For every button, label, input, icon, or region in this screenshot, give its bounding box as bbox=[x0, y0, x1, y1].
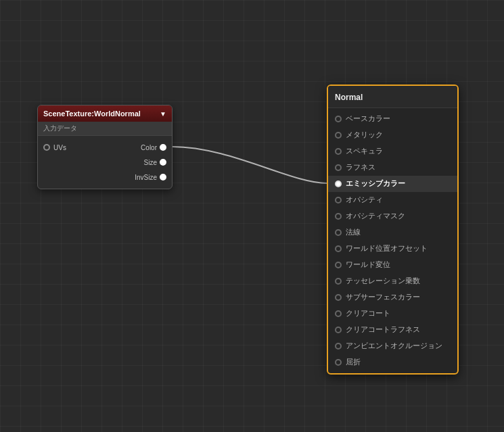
normal-pin-13 bbox=[335, 327, 342, 333]
list-item[interactable]: クリアコート bbox=[328, 306, 457, 322]
uvs-label: UVs bbox=[53, 144, 66, 151]
normal-pin-10 bbox=[335, 278, 342, 285]
normal-label-12: クリアコート bbox=[346, 309, 390, 318]
normal-node[interactable]: Normal ベースカラーメタリックスペキュララフネスエミッシブカラーオパシティ… bbox=[327, 85, 459, 375]
normal-pin-8 bbox=[335, 245, 342, 252]
normal-label-14: アンビエントオクルージョン bbox=[346, 341, 442, 351]
list-item[interactable]: 法線 bbox=[328, 224, 457, 241]
dropdown-icon[interactable]: ▼ bbox=[160, 110, 166, 118]
normal-pin-3 bbox=[335, 164, 342, 171]
list-item[interactable]: メタリック bbox=[328, 127, 457, 143]
node-title: SceneTexture:WorldNormal bbox=[43, 110, 141, 118]
normal-node-header: Normal bbox=[328, 86, 457, 108]
table-row: InvSize bbox=[38, 170, 172, 185]
right-pin-color bbox=[160, 144, 166, 151]
list-item[interactable]: エミッシブカラー bbox=[328, 176, 457, 192]
canvas: SceneTexture:WorldNormal ▼ 入力データ UVs Col… bbox=[0, 0, 504, 432]
right-pin-size bbox=[160, 159, 166, 166]
normal-label-6: オパシティマスク bbox=[346, 212, 405, 221]
list-item[interactable]: ベースカラー bbox=[328, 111, 457, 127]
normal-label-10: テッセレーション乗数 bbox=[346, 277, 420, 286]
normal-pin-2 bbox=[335, 148, 342, 155]
normal-node-body: ベースカラーメタリックスペキュララフネスエミッシブカラーオパシティオパシティマス… bbox=[328, 108, 457, 373]
normal-label-3: ラフネス bbox=[346, 163, 375, 172]
normal-pin-12 bbox=[335, 310, 342, 317]
list-item[interactable]: スペキュラ bbox=[328, 143, 457, 160]
normal-label-5: オパシティ bbox=[346, 195, 383, 205]
node-body: UVs Color Size InvSize bbox=[38, 136, 172, 189]
node-header: SceneTexture:WorldNormal ▼ bbox=[38, 105, 172, 122]
list-item[interactable]: ラフネス bbox=[328, 160, 457, 176]
normal-pin-14 bbox=[335, 343, 342, 350]
normal-label-4: エミッシブカラー bbox=[346, 179, 405, 189]
normal-label-11: サブサーフェスカラー bbox=[346, 293, 420, 302]
normal-pin-0 bbox=[335, 116, 342, 122]
list-item[interactable]: 屈折 bbox=[328, 354, 457, 370]
normal-label-15: 屈折 bbox=[346, 358, 361, 367]
left-pin-uvs bbox=[43, 144, 50, 151]
normal-pin-11 bbox=[335, 294, 342, 301]
normal-pin-5 bbox=[335, 197, 342, 203]
invsize-label: InvSize bbox=[135, 174, 157, 181]
normal-label-7: 法線 bbox=[346, 228, 361, 237]
normal-node-title: Normal bbox=[335, 93, 363, 102]
normal-pin-7 bbox=[335, 229, 342, 236]
list-item[interactable]: サブサーフェスカラー bbox=[328, 289, 457, 306]
list-item[interactable]: オパシティマスク bbox=[328, 208, 457, 224]
list-item[interactable]: オパシティ bbox=[328, 192, 457, 208]
node-subtitle: 入力データ bbox=[38, 122, 172, 136]
normal-pin-9 bbox=[335, 262, 342, 268]
scene-texture-node[interactable]: SceneTexture:WorldNormal ▼ 入力データ UVs Col… bbox=[37, 105, 173, 189]
normal-pin-6 bbox=[335, 213, 342, 220]
color-label: Color bbox=[141, 144, 157, 151]
normal-label-8: ワールド位置オフセット bbox=[346, 244, 428, 254]
normal-pin-1 bbox=[335, 132, 342, 139]
list-item[interactable]: ワールド位置オフセット bbox=[328, 241, 457, 257]
size-label: Size bbox=[144, 159, 157, 166]
normal-label-0: ベースカラー bbox=[346, 114, 390, 124]
list-item[interactable]: クリアコートラフネス bbox=[328, 322, 457, 338]
list-item[interactable]: テッセレーション乗数 bbox=[328, 273, 457, 289]
normal-pin-4 bbox=[335, 181, 342, 187]
normal-label-13: クリアコートラフネス bbox=[346, 325, 420, 335]
list-item[interactable]: ワールド変位 bbox=[328, 257, 457, 273]
normal-label-1: メタリック bbox=[346, 130, 383, 140]
list-item[interactable]: アンビエントオクルージョン bbox=[328, 338, 457, 354]
table-row: UVs Color bbox=[38, 140, 172, 155]
right-pin-invsize bbox=[160, 174, 166, 181]
table-row: Size bbox=[38, 155, 172, 170]
normal-label-9: ワールド変位 bbox=[346, 260, 390, 270]
normal-pin-15 bbox=[335, 359, 342, 366]
normal-label-2: スペキュラ bbox=[346, 147, 383, 156]
